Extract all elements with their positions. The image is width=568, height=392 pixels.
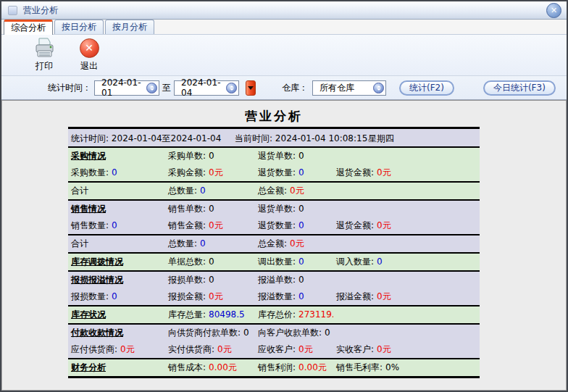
report: 营业分析 统计时间: 2024-01-04至2024-01-04 当前时间: 2… — [68, 108, 480, 378]
table-cell: 合计 — [68, 183, 165, 199]
cell-value: 0 — [377, 257, 383, 267]
time-range-label: 统计时间： — [48, 82, 91, 94]
warehouse-select[interactable]: 所有仓库 — [312, 80, 386, 96]
cell-label: 销售成本: — [168, 362, 206, 372]
cell-label: 退货单数: — [258, 151, 296, 161]
table-cell: 总数量:0 — [165, 235, 255, 252]
table-cell: 销售单数:0 — [165, 201, 255, 217]
cell-label: 采购数量: — [71, 167, 109, 178]
close-button[interactable]: ✕ — [546, 3, 561, 18]
report-block: 合计总数量:0总金额:0元 — [68, 183, 480, 201]
today-stat-button[interactable]: 今日统计(F3) — [483, 80, 556, 96]
header-weekday: 星期四 — [368, 129, 480, 146]
table-cell: 调出数量:0 — [255, 254, 333, 270]
cell-value: 0元 — [377, 220, 391, 230]
cell-value: 0 — [298, 151, 304, 161]
table-cell — [333, 272, 480, 288]
toolbar: 打印 ✕ 退出 — [1, 35, 567, 76]
table-cell: 报损金额:0元 — [165, 288, 255, 305]
table-cell: 退货金额:0元 — [333, 217, 480, 234]
table-cell — [333, 183, 480, 199]
app-icon — [8, 6, 17, 15]
exit-button[interactable]: ✕ 退出 — [67, 38, 112, 72]
table-cell: 采购情况 — [68, 148, 165, 164]
date-to-spinner-icon[interactable] — [226, 83, 237, 93]
date-dropdown-button[interactable] — [246, 80, 256, 96]
cell-label: 向供货商付款单数: — [168, 328, 241, 338]
table-cell — [333, 201, 480, 217]
cell-label: 合计 — [71, 185, 88, 196]
cell-value: 0 — [112, 291, 117, 301]
warehouse-value: 所有仓库 — [320, 82, 373, 94]
cell-label: 销售利润: — [258, 362, 296, 372]
table-cell: 单据总数:0 — [165, 254, 255, 270]
cell-label: 退货数量: — [258, 167, 296, 178]
report-header-row: 统计时间: 2024-01-04至2024-01-04 当前时间: 2024-0… — [68, 129, 480, 148]
table-cell: 报损单数:0 — [165, 272, 255, 288]
date-to-input[interactable]: 2024-01-04 — [174, 80, 239, 96]
cell-value: 0 — [200, 185, 206, 196]
report-block: 合计总数量:0总金额:0元 — [68, 235, 480, 254]
cell-value: 273119.45元 — [298, 309, 333, 320]
table-row: 应付供货商:0元实付供货商:0元应收客户:0元实收客户:0元 — [68, 341, 480, 358]
cell-label: 报损单数: — [168, 275, 206, 285]
report-table: 统计时间: 2024-01-04至2024-01-04 当前时间: 2024-0… — [68, 127, 480, 378]
cell-label: 实付供货商: — [168, 344, 214, 354]
table-cell: 向客户收款单数:0 — [255, 325, 333, 341]
print-label: 打印 — [36, 60, 53, 72]
header-stat-time: 统计时间: 2024-01-04至2024-01-04 — [68, 129, 235, 146]
cell-label: 退货金额: — [336, 167, 374, 178]
print-button[interactable]: 打印 — [22, 38, 67, 72]
cell-value: 0元 — [377, 167, 391, 178]
section-title: 库存状况 — [71, 309, 106, 320]
table-row: 库存状况库存总量:80498.5库存总价:273119.45元 — [68, 306, 480, 323]
cell-label: 销售数量: — [71, 220, 109, 230]
cell-label: 销售毛利率: — [336, 362, 383, 372]
date-from-spinner-icon[interactable] — [146, 83, 157, 93]
cell-value: 0 — [298, 257, 304, 267]
table-cell: 销售情况 — [68, 201, 165, 217]
cell-value: 0元 — [298, 344, 313, 354]
tab-monthly[interactable]: 按月分析 — [105, 20, 154, 34]
table-cell: 报溢单数:0 — [255, 272, 333, 288]
table-cell: 报溢数量:0 — [255, 288, 333, 305]
stat-button[interactable]: 统计(F2) — [399, 80, 454, 96]
section-title: 采购情况 — [71, 151, 106, 161]
table-cell: 财务分析 — [68, 359, 165, 376]
cell-label: 退货金额: — [336, 220, 374, 230]
report-block: 报损报溢情况报损单数:0报溢单数:0报损数量:0报损金额:0元报溢数量:0报溢金… — [68, 272, 480, 306]
table-cell: 总金额:0元 — [255, 235, 333, 252]
table-cell: 报损报溢情况 — [68, 272, 165, 288]
table-cell: 应收客户:0元 — [255, 341, 333, 358]
tab-daily[interactable]: 按日分析 — [54, 20, 104, 34]
table-row: 报损报溢情况报损单数:0报溢单数:0 — [68, 272, 480, 288]
table-cell: 库存总价:273119.45元 — [255, 306, 333, 323]
tab-comprehensive[interactable]: 综合分析 — [4, 20, 53, 35]
cell-value: 0元 — [377, 344, 391, 354]
table-cell: 销售利润:0.00元 — [255, 359, 333, 376]
cell-label: 合计 — [71, 238, 88, 249]
table-cell: 退货单数:0 — [255, 148, 333, 164]
table-row: 库存调拨情况单据总数:0调出数量:0调入数量:0 — [68, 254, 480, 270]
table-cell: 向供货商付款单数:0 — [165, 325, 255, 341]
table-row: 财务分析销售成本:0.00元销售利润:0.00元销售毛利率:0% — [68, 359, 480, 376]
cell-value: 0 — [243, 328, 249, 338]
table-cell: 库存调拨情况 — [68, 254, 165, 270]
cell-value: 0 — [298, 220, 304, 230]
report-block: 财务分析销售成本:0.00元销售利润:0.00元销售毛利率:0% — [68, 359, 480, 376]
cell-value: 0元 — [209, 220, 223, 230]
section-title: 报损报溢情况 — [71, 275, 123, 285]
table-cell: 退货数量:0 — [255, 217, 333, 234]
cell-value: 0元 — [209, 167, 223, 178]
table-cell: 实收客户:0元 — [333, 341, 480, 358]
table-cell — [333, 148, 480, 164]
cell-value: 0元 — [217, 344, 232, 354]
printer-icon — [33, 38, 55, 58]
cell-label: 销售单数: — [168, 204, 206, 214]
warehouse-spinner-icon[interactable] — [373, 83, 384, 93]
cell-label: 退货数量: — [258, 220, 296, 230]
table-cell: 库存总量:80498.5 — [165, 306, 255, 323]
cell-value: 0 — [298, 275, 304, 285]
date-from-input[interactable]: 2024-01-01 — [94, 80, 159, 96]
table-cell: 销售数量:0 — [68, 217, 165, 234]
